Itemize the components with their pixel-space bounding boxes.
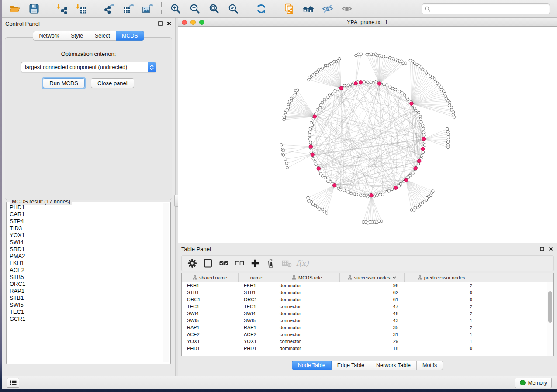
column-header-name[interactable]: name	[239, 273, 274, 282]
save-session-button[interactable]	[26, 1, 42, 16]
search-input[interactable]	[432, 5, 547, 12]
close-panel-action-button[interactable]: Close panel	[91, 78, 134, 88]
float-icon	[540, 247, 544, 251]
open-file-button[interactable]	[7, 1, 23, 16]
memory-button[interactable]: Memory	[515, 378, 552, 388]
toolbar-separator	[95, 2, 96, 15]
main-toolbar	[2, 0, 557, 18]
memory-status-dot	[520, 380, 526, 385]
list-item[interactable]: FKH1	[8, 260, 163, 267]
columns-icon	[203, 258, 213, 268]
gear-icon	[187, 258, 197, 268]
export-table-button[interactable]	[121, 1, 136, 16]
list-item[interactable]: YOX1	[8, 232, 163, 239]
zoom-selected-icon	[228, 3, 239, 14]
list-item[interactable]: STP4	[8, 218, 163, 225]
table-row[interactable]: YOX1 YOX1 connector 29 1	[182, 338, 553, 345]
close-table-panel-button[interactable]	[548, 246, 554, 251]
list-item[interactable]: PMA2	[8, 253, 163, 260]
hide-selected-button[interactable]	[320, 1, 336, 16]
table-row[interactable]: SWI4 SWI4 dominator 46 2	[182, 310, 553, 317]
refresh-icon	[256, 3, 267, 14]
list-item[interactable]: TEC1	[8, 309, 163, 316]
close-icon	[549, 247, 553, 251]
tab-select[interactable]: Select	[89, 31, 116, 41]
float-panel-button[interactable]	[158, 21, 163, 26]
save-icon	[28, 3, 40, 14]
mcds-list-scrollbar[interactable]	[163, 203, 169, 362]
list-item[interactable]: SWI4	[8, 239, 163, 246]
column-header-shared-name[interactable]: shared name	[182, 273, 239, 282]
toolbar-separator	[161, 2, 162, 15]
table-scrollbar[interactable]	[547, 282, 553, 356]
attribute-tree-icon	[348, 275, 352, 280]
plus-icon	[250, 258, 260, 268]
zoom-in-button[interactable]	[168, 1, 183, 16]
float-table-panel-button[interactable]	[540, 246, 545, 251]
tab-network-table[interactable]: Network Table	[370, 361, 417, 370]
import-table-button[interactable]	[73, 1, 89, 16]
hide-selected-eye-icon	[322, 3, 333, 14]
table-row[interactable]: STB1 STB1 dominator 62 0	[182, 289, 553, 296]
column-header-predecessor-nodes[interactable]: predecessor nodes	[405, 273, 478, 282]
first-neighbors-button[interactable]	[301, 1, 316, 16]
table-row[interactable]: TEC1 TEC1 connector 47 2	[182, 303, 553, 310]
tab-network[interactable]: Network	[33, 31, 65, 41]
network-window-titlebar[interactable]: YPA_prune.txt_1	[178, 18, 557, 27]
mcds-result-list: PHD1CAR1STP4TID3YOX1SWI4SRD1PMA2FKH1ACE2…	[8, 204, 163, 363]
tab-style[interactable]: Style	[65, 31, 89, 41]
list-item[interactable]: STB5	[8, 274, 163, 281]
apply-layout-button[interactable]	[253, 1, 269, 16]
control-panel-title: Control Panel	[5, 21, 40, 27]
tab-mcds[interactable]: MCDS	[116, 31, 144, 41]
list-item[interactable]: STB1	[8, 295, 163, 302]
list-item[interactable]: ACE2	[8, 267, 163, 274]
delete-column-button[interactable]	[264, 257, 277, 269]
import-network-button[interactable]	[54, 1, 70, 16]
status-bar: Memory	[2, 376, 557, 389]
zoom-out-button[interactable]	[187, 1, 203, 16]
table-row[interactable]: ORC1 ORC1 dominator 61 0	[182, 296, 553, 303]
list-item[interactable]: TID3	[8, 225, 163, 232]
table-settings-button[interactable]	[186, 257, 199, 269]
task-history-button[interactable]	[7, 378, 19, 388]
zoom-fit-button[interactable]	[206, 1, 222, 16]
close-panel-button[interactable]	[166, 21, 172, 26]
column-header-mcds-role[interactable]: MCDS role	[274, 273, 340, 282]
run-mcds-button[interactable]: Run MCDS	[43, 78, 85, 88]
tab-edge-table[interactable]: Edge Table	[332, 361, 370, 370]
list-item[interactable]: ORC1	[8, 281, 163, 288]
list-item[interactable]: PHD1	[8, 204, 163, 211]
list-item[interactable]: CAR1	[8, 211, 163, 218]
network-canvas[interactable]: line{stroke:#9e9e9e;stroke-width:.65;opa…	[178, 27, 557, 243]
column-header-successor-nodes[interactable]: successor nodes	[340, 273, 405, 282]
table-row[interactable]: FKH1 FKH1 dominator 96 2	[182, 282, 553, 289]
function-builder-button-disabled: f(x)	[296, 257, 309, 269]
dropdown-stepper-icon	[148, 62, 156, 72]
zoom-selected-button[interactable]	[225, 1, 241, 16]
show-columns-button[interactable]	[201, 257, 214, 269]
control-panel-tabs: Network Style Select MCDS	[2, 31, 175, 41]
list-item[interactable]: RAP1	[8, 288, 163, 295]
optimization-criterion-dropdown[interactable]: largest connected component (undirected)	[21, 62, 156, 72]
add-column-button[interactable]	[249, 257, 262, 269]
table-scrollbar-thumb[interactable]	[548, 291, 552, 323]
new-network-from-selection-button[interactable]	[281, 1, 297, 16]
table-row[interactable]: SWI5 SWI5 connector 43 1	[182, 317, 553, 324]
column-header-filler	[478, 273, 553, 282]
list-item[interactable]: SWI5	[8, 302, 163, 309]
network-window-title: YPA_prune.txt_1	[178, 19, 557, 25]
show-all-button[interactable]	[339, 1, 355, 16]
list-item[interactable]: GCR1	[8, 316, 163, 323]
table-row[interactable]: PHD1 PHD1 dominator 18 0	[182, 345, 553, 352]
tab-node-table[interactable]: Node Table	[292, 361, 332, 370]
tab-motifs[interactable]: Motifs	[417, 361, 443, 370]
deselect-all-rows-button[interactable]	[233, 257, 246, 269]
select-all-rows-button[interactable]	[217, 257, 230, 269]
attribute-tree-icon	[292, 275, 296, 280]
export-network-button[interactable]	[101, 1, 117, 16]
table-row[interactable]: RAP1 RAP1 dominator 35 2	[182, 324, 553, 331]
list-item[interactable]: SRD1	[8, 246, 163, 253]
export-image-button[interactable]	[140, 1, 156, 16]
table-row[interactable]: ACE2 ACE2 connector 31 1	[182, 331, 553, 338]
